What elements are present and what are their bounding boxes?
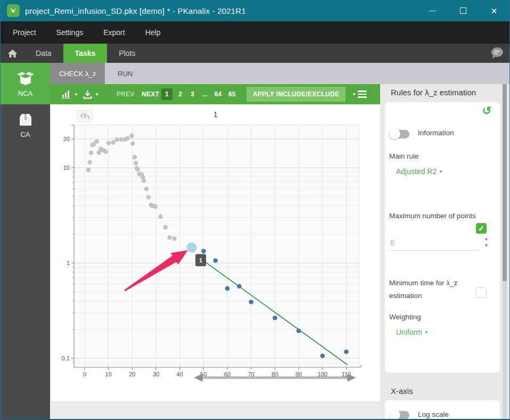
subtab-run[interactable]: RUN [105,63,145,84]
subtab-check-lambda-z[interactable]: CHECK λ_z [50,63,105,84]
hamburger-icon [358,90,367,98]
page-button-64[interactable]: 64 [215,90,221,98]
svg-text:20: 20 [129,371,135,377]
chevron-down-icon: ▼ [439,169,443,174]
chevron-down-icon: ▼ [424,330,429,335]
plot-type-button[interactable]: ▼ [62,84,78,104]
max-points-label: Maximum number of points [389,212,476,220]
svg-text:1: 1 [199,257,202,263]
menu-help[interactable]: Help [145,28,161,37]
undo-button[interactable] [76,109,93,123]
menu-project[interactable]: Project [13,28,36,37]
open-box-icon [16,70,35,86]
weighting-dropdown[interactable]: Uniform▼ [396,328,429,336]
bar-chart-icon [62,90,71,98]
reset-rules-icon[interactable]: ↺ [482,104,491,117]
svg-text:0.1: 0.1 [62,355,70,361]
minimize-icon [429,11,436,11]
plot-toolbar: ▼ ▼ PREV NEXT 1 [50,84,380,104]
home-icon [7,49,18,58]
home-button[interactable] [1,49,24,58]
sidebar-item-nca[interactable]: NCA [1,63,50,104]
chart-subject-title: 1 [51,110,380,119]
svg-text:20: 20 [63,136,70,142]
feedback-button[interactable] [488,46,505,61]
spinner-up-icon[interactable]: ▲ [484,236,489,241]
max-points-stepper[interactable]: ▲▼ [484,236,489,248]
page-button-3[interactable]: 3 [190,90,195,98]
titlebar: project_Remi_infusion_SD.pkx [demo] * - … [1,0,509,21]
min-time-checkbox[interactable] [476,287,487,298]
plot-menu-button[interactable] [358,84,367,104]
spinner-down-icon[interactable]: ▼ [484,243,489,248]
next-page-button[interactable]: NEXT [142,84,159,104]
svg-text:30: 30 [153,371,159,377]
log-scale-label: Log scale [418,410,449,418]
max-points-checkbox[interactable]: ✓ [476,223,487,234]
apply-include-exclude-button[interactable]: APPLY INCLUDE/EXCLUDE [246,87,346,102]
close-button[interactable]: ✕ [479,0,509,21]
min-time-label: Minimum time for λ_z estimation [389,277,473,302]
sidebar-item-label: NCA [18,89,32,97]
page-button-1[interactable]: 1 [161,88,172,100]
selected-point [187,243,197,253]
chat-bubble-icon [489,46,504,60]
undo-icon [79,112,90,120]
window-title: project_Remi_infusion_SD.pkx [demo] * - … [25,6,417,15]
tab-plots[interactable]: Plots [107,44,147,63]
close-icon: ✕ [491,7,498,15]
log-scale-toggle[interactable] [390,411,409,419]
main-rule-dropdown[interactable]: Adjusted R2▼ [396,167,443,176]
toggle-knob [389,128,400,139]
page-button-2[interactable]: 2 [178,90,183,98]
svg-text:10: 10 [63,164,70,171]
settings-panel: Rules for λ_z estimation ↺ Information M… [380,84,509,420]
sidebar-item-label: CA [20,130,30,138]
check-icon: ✓ [478,224,484,233]
tab-tasks[interactable]: Tasks [63,44,108,63]
svg-text:0: 0 [83,371,86,377]
subtab-bar: CHECK λ_z RUN [50,63,509,84]
download-icon [83,90,92,99]
chart-panel: 201010.101020304050607080901001101 1 [51,104,380,401]
svg-text:10: 10 [105,371,112,377]
chart-canvas[interactable]: 201010.101020304050607080901001101 [51,104,380,401]
export-plot-button[interactable]: ▼ [83,84,99,104]
pkanalix-logo-icon [7,4,20,17]
tab-data[interactable]: Data [24,44,63,63]
apply-options-caret[interactable]: ▼ [352,92,356,97]
prev-page-button[interactable]: PREV [117,84,135,104]
menu-export[interactable]: Export [103,28,125,37]
app-window: project_Remi_infusion_SD.pkx [demo] * - … [0,0,510,420]
rules-card: ↺ Information Main rule Adjusted R2▼ Max… [385,102,500,373]
svg-text:40: 40 [177,371,183,377]
minimize-button[interactable] [417,0,448,21]
task-sidebar: NCA CA [1,63,50,420]
page-ellipsis: ... [202,90,208,98]
information-toggle[interactable] [390,130,409,138]
closed-box-icon [17,112,34,127]
chevron-down-icon: ▼ [74,92,78,97]
point-tooltip: 1 [195,254,206,266]
maximize-icon [460,7,466,14]
xaxis-section-title: X-axis [391,386,413,396]
weighting-label: Weighting [389,313,421,321]
chevron-down-icon: ▼ [95,92,99,97]
svg-text:1: 1 [67,260,70,266]
page-button-65[interactable]: 65 [228,90,235,98]
sidebar-item-ca[interactable]: CA [1,104,50,146]
plot-area: 201010.101020304050607080901001101 1 [50,104,380,420]
max-points-input[interactable] [389,237,479,251]
panel-scrollbar-track[interactable] [503,84,507,420]
rules-panel-title: Rules for λ_z estimation [391,88,476,97]
xaxis-card: Log scale [385,400,500,420]
information-label: Information [418,129,454,137]
toggle-knob [389,409,400,420]
tab-bar: Data Tasks Plots [1,44,509,63]
panel-scrollbar-thumb[interactable] [503,84,507,281]
menu-bar: Project Settings Export Help [1,21,509,44]
menu-settings[interactable]: Settings [56,28,84,37]
maximize-button[interactable] [448,0,479,21]
main-rule-label: Main rule [389,152,419,160]
